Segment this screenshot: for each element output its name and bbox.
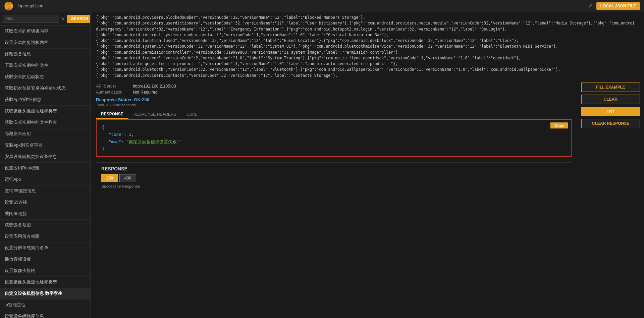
sidebar-item[interactable]: 获取摄像头推流地址和类型: [0, 106, 90, 117]
response-time: Took 3079 milliseconds: [96, 103, 572, 107]
response-section-title: RESPONSE: [101, 166, 566, 171]
sidebar: ✕ SEARCH 获取安卓的剪切板内容设置安卓的剪切板内容修改设备信息下载安卓实…: [0, 12, 91, 318]
sidebar-item[interactable]: 设置摄像头旋转: [0, 265, 90, 277]
json-preview: {"pkg":"com.android.providers.blockednum…: [91, 12, 644, 79]
response-tab[interactable]: CURL: [181, 110, 203, 119]
api-server-label: API Server: [96, 84, 133, 89]
api-server-value: http://192.168.2.105:83: [133, 84, 176, 89]
sidebar-item[interactable]: 设置安卓的剪切板内容: [0, 37, 90, 49]
sidebar-item[interactable]: ip智能定位: [0, 300, 90, 311]
top-bar: /openapi.json ⤢ LOCAL JSON FILE: [0, 0, 644, 12]
response-line2: "code": 3,: [102, 131, 566, 138]
clear-button[interactable]: CLEAR: [581, 95, 640, 104]
response-codes: 200400: [101, 174, 566, 182]
sidebar-item[interactable]: 自定义设备机型信息 数字孪生: [0, 288, 90, 300]
search-button[interactable]: SEARCH: [67, 15, 91, 23]
api-auth-row: Authentication Not Required: [96, 90, 572, 95]
fill-example-button[interactable]: FILL EXAMPLE: [581, 83, 640, 92]
copy-button[interactable]: Copy: [550, 122, 568, 128]
response-code-button[interactable]: 200: [101, 174, 118, 182]
sidebar-items-list: 获取安卓的剪切板内容设置安卓的剪切板内容修改设备信息下载安卓实例中的文件获取安卓…: [0, 26, 90, 318]
sidebar-item[interactable]: 运行App: [0, 174, 90, 186]
successful-response-text: Successful Response: [101, 184, 566, 189]
filter-input[interactable]: [3, 15, 59, 23]
api-server-row: API Server http://192.168.2.105:83: [96, 84, 572, 89]
api-right-panel: FILL EXAMPLE CLEAR TRY CLEAR RESPONSE: [577, 79, 644, 318]
response-tab[interactable]: RESPONSE: [96, 110, 128, 119]
sidebar-item[interactable]: 关闭S5连接: [0, 208, 90, 220]
main-layout: ✕ SEARCH 获取安卓的剪切板内容设置安卓的剪切板内容修改设备信息下载安卓实…: [0, 12, 644, 318]
sidebar-search-bar: ✕ SEARCH: [0, 12, 90, 26]
sidebar-item[interactable]: 设置摄像头推流地址和类型: [0, 277, 90, 288]
api-panel: API Server http://192.168.2.105:83 Authe…: [91, 79, 644, 318]
response-tab[interactable]: RESPONSE HEADERS: [128, 110, 181, 119]
file-path: /openapi.json: [17, 3, 43, 8]
api-auth-value: Not Required: [133, 90, 158, 95]
response-code-button[interactable]: 400: [119, 174, 136, 182]
sidebar-item[interactable]: 设置应用Root权限: [0, 163, 90, 174]
sidebar-item[interactable]: 设置分辨率感知白名单: [0, 243, 90, 254]
sidebar-item[interactable]: 安卓设备随机更换设备信息: [0, 151, 90, 163]
sidebar-item[interactable]: 下载安卓实例中的文件: [0, 60, 90, 71]
sidebar-item[interactable]: 设置设备经纬度信息: [0, 311, 90, 318]
response-box: Copy { "code": 3, "msg": "自定义设备信息设置失败!": [96, 119, 572, 157]
clear-filter-button[interactable]: ✕: [61, 15, 65, 23]
response-tabs: RESPONSERESPONSE HEADERSCURL: [96, 110, 572, 119]
sidebar-item[interactable]: 设置S5连接: [0, 197, 90, 208]
svg-point-2: [4, 4, 13, 8]
content-area: {"pkg":"com.android.providers.blockednum…: [91, 12, 644, 318]
clear-response-button[interactable]: CLEAR RESPONSE: [581, 119, 640, 128]
response-section: RESPONSE 200400 Successful Response: [96, 162, 572, 192]
sidebar-item[interactable]: 获取安卓的启动状态: [0, 71, 90, 83]
logo-icon: [4, 1, 13, 11]
sidebar-item[interactable]: 修改设备信息: [0, 49, 90, 60]
sidebar-item[interactable]: 获取设备截图: [0, 220, 90, 231]
sidebar-item[interactable]: 获取Api的详细信息: [0, 94, 90, 106]
response-status: Response Status: OK:200: [96, 97, 572, 102]
response-line4: }: [102, 145, 566, 152]
sidebar-item[interactable]: 查询S5连接信息: [0, 186, 90, 197]
sidebar-item[interactable]: 隐藏安卓应用: [0, 128, 90, 140]
sidebar-item[interactable]: 播放音频设置: [0, 254, 90, 265]
response-line1: {: [102, 124, 566, 131]
api-main: API Server http://192.168.2.105:83 Authe…: [91, 79, 577, 318]
sidebar-item[interactable]: 安装Apk到安卓容器: [0, 140, 90, 151]
expand-icon[interactable]: ⤢: [588, 3, 592, 9]
local-json-button[interactable]: LOCAL JSON FILE: [596, 2, 640, 10]
api-auth-label: Authentication: [96, 90, 133, 95]
try-button[interactable]: TRY: [581, 107, 640, 116]
sidebar-item[interactable]: 设置应用所有权限: [0, 231, 90, 243]
sidebar-item[interactable]: 获取安卓的剪切板内容: [0, 26, 90, 37]
sidebar-item[interactable]: 获取安卓实例中的文件列表: [0, 117, 90, 128]
sidebar-item[interactable]: 获取初次创建安卓的初始化状态: [0, 83, 90, 94]
response-line3: "msg": "自定义设备信息设置失败!": [102, 138, 566, 145]
